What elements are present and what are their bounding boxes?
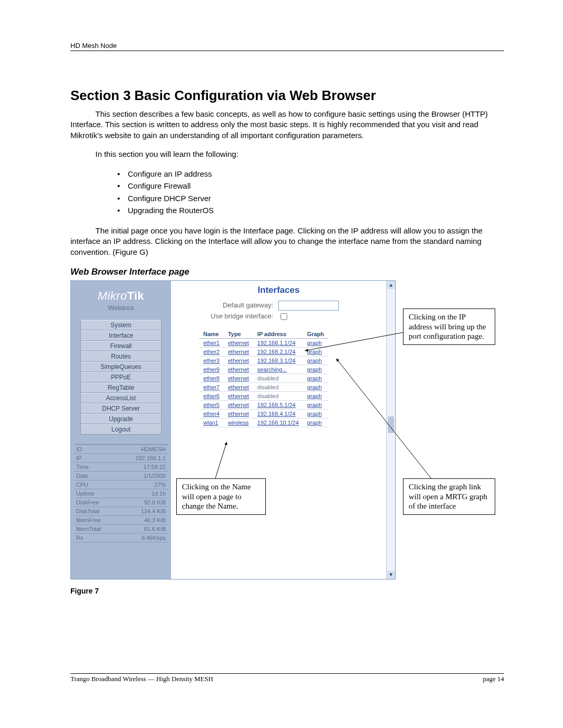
if-graph-link[interactable]: graph: [303, 374, 328, 382]
bridge-label: Use bridge interface:: [195, 312, 273, 320]
table-row: ether4ethernet192.168.4.1/24graph: [199, 409, 328, 418]
sidebar-item-pppoe[interactable]: PPPoE: [80, 372, 162, 382]
if-type-link[interactable]: ethernet: [224, 391, 253, 400]
if-graph-link[interactable]: graph: [303, 418, 328, 427]
sidebar-item-dhcp-server[interactable]: DHCP Server: [80, 403, 162, 414]
stat-val: 124.4 KiB: [117, 507, 168, 515]
if-type-link[interactable]: ethernet: [224, 356, 253, 365]
if-ip-link: disabled: [253, 391, 303, 400]
sidebar-stats: IDHDMESHIP192.168.1.1Time17:58:22Date1/1…: [74, 444, 168, 542]
webbox-sidebar: MikroTik Webbox System Interface Firewal…: [71, 281, 171, 579]
list-item: Configure Firewall: [117, 180, 504, 192]
stat-val: 1/1/2000: [117, 471, 168, 480]
col-name: Name: [199, 330, 224, 339]
scroll-down-icon[interactable]: ▼: [387, 571, 395, 579]
stat-key: IP: [74, 453, 117, 462]
if-name-link[interactable]: ether5: [199, 400, 224, 409]
browser-frame: ▲ ▼ MikroTik Webbox System Interface Fir…: [70, 280, 396, 579]
scroll-thumb[interactable]: [388, 416, 394, 433]
list-item: Configure an IP address: [117, 168, 504, 180]
list-item: Configure DHCP Server: [117, 192, 504, 204]
table-row: ether8ethernetdisabledgraph: [199, 374, 328, 382]
stat-key: DiskFree: [74, 498, 117, 507]
sidebar-item-system[interactable]: System: [80, 320, 162, 330]
stat-val: HDMESH: [117, 445, 168, 453]
if-graph-link[interactable]: graph: [303, 365, 328, 374]
if-name-link[interactable]: ether1: [199, 338, 224, 347]
if-name-link[interactable]: ether3: [199, 356, 224, 365]
col-ip: IP address: [253, 330, 303, 339]
if-graph-link[interactable]: graph: [303, 356, 328, 365]
table-row: ether9ethernetsearching...graph: [199, 365, 328, 374]
if-type-link[interactable]: ethernet: [224, 347, 253, 356]
if-ip-link[interactable]: 192.168.1.1/24: [253, 338, 303, 347]
if-graph-link[interactable]: graph: [303, 409, 328, 418]
sidebar-item-simplequeues[interactable]: SimpleQueues: [80, 362, 162, 372]
if-graph-link[interactable]: graph: [303, 347, 328, 356]
scroll-up-icon[interactable]: ▲: [387, 281, 395, 289]
if-graph-link[interactable]: graph: [303, 400, 328, 409]
if-name-link[interactable]: wlan1: [199, 418, 224, 427]
if-type-link[interactable]: ethernet: [224, 374, 253, 382]
if-ip-link[interactable]: 192.168.10.1/24: [253, 418, 303, 427]
scrollbar[interactable]: ▲ ▼: [386, 281, 395, 579]
if-name-link[interactable]: ether2: [199, 347, 224, 356]
if-name-link[interactable]: ether4: [199, 409, 224, 418]
table-row: ether2ethernet192.168.2.1/24graph: [199, 347, 328, 356]
stat-val: 17:58:22: [117, 462, 168, 471]
sidebar-item-routes[interactable]: Routes: [80, 351, 162, 362]
if-ip-link[interactable]: searching...: [253, 365, 303, 374]
sidebar-item-upgrade[interactable]: Upgrade: [80, 414, 162, 424]
callout-graph: Clicking the graph link will open a MRTG…: [403, 478, 495, 515]
col-graph: Graph: [303, 330, 328, 339]
table-row: ether6ethernetdisabledgraph: [199, 391, 328, 400]
if-type-link[interactable]: ethernet: [224, 409, 253, 418]
if-name-link[interactable]: ether6: [199, 391, 224, 400]
list-item: Upgrading the RouterOS: [117, 204, 504, 216]
running-head: HD Mesh Node: [70, 42, 504, 51]
if-graph-link[interactable]: graph: [303, 391, 328, 400]
if-ip-link: disabled: [253, 374, 303, 382]
interfaces-table: Name Type IP address Graph ether1etherne…: [199, 330, 328, 427]
sidebar-item-firewall[interactable]: Firewall: [80, 341, 162, 351]
if-ip-link[interactable]: 192.168.3.1/24: [253, 356, 303, 365]
sidebar-item-interface[interactable]: Interface: [80, 330, 162, 341]
table-row: ether3ethernet192.168.3.1/24graph: [199, 356, 328, 365]
stat-key: ID: [74, 445, 117, 453]
footer-left: Trango Broadband Wireless — High Density…: [70, 675, 213, 683]
sidebar-item-logout[interactable]: Logout: [80, 424, 162, 435]
stat-val: 1d 1h: [117, 489, 168, 498]
if-name-link[interactable]: ether8: [199, 374, 224, 382]
if-type-link[interactable]: ethernet: [224, 400, 253, 409]
stat-key: MemFree: [74, 515, 117, 524]
stat-key: Rx: [74, 533, 117, 542]
if-ip-link[interactable]: 192.168.5.1/24: [253, 400, 303, 409]
brand-subtitle: Webbox: [71, 304, 171, 312]
table-row: wlan1wireless192.168.10.1/24graph: [199, 418, 328, 427]
if-graph-link[interactable]: graph: [303, 338, 328, 347]
if-type-link[interactable]: ethernet: [224, 338, 253, 347]
gateway-input[interactable]: [278, 301, 339, 311]
stat-key: MemTotal: [74, 524, 117, 533]
sidebar-item-regtable[interactable]: RegTable: [80, 382, 162, 393]
sidebar-item-accesslist[interactable]: AccessList: [80, 393, 162, 403]
if-name-link[interactable]: ether7: [199, 382, 224, 391]
if-name-link[interactable]: ether9: [199, 365, 224, 374]
bridge-checkbox[interactable]: [280, 313, 287, 320]
if-type-link[interactable]: ethernet: [224, 365, 253, 374]
stat-val: 46.3 KiB: [117, 515, 168, 524]
callout-name: Clicking on the Name will open a page to…: [176, 478, 266, 515]
stat-val: 61.6 KiB: [117, 524, 168, 533]
if-ip-link[interactable]: 192.168.4.1/24: [253, 409, 303, 418]
section-title: Section 3 Basic Configuration via Web Br…: [70, 88, 504, 104]
if-type-link[interactable]: wireless: [224, 418, 253, 427]
table-row: ether5ethernet192.168.5.1/24graph: [199, 400, 328, 409]
stat-key: CPU: [74, 480, 117, 489]
table-row: ether7ethernetdisabledgraph: [199, 382, 328, 391]
after-paragraph: The initial page once you have login is …: [70, 226, 504, 257]
sidebar-menu: System Interface Firewall Routes SimpleQ…: [80, 320, 162, 435]
subheading: Web Browser Interface page: [70, 267, 504, 277]
if-graph-link[interactable]: graph: [303, 382, 328, 391]
if-ip-link[interactable]: 192.168.2.1/24: [253, 347, 303, 356]
if-type-link[interactable]: ethernet: [224, 382, 253, 391]
